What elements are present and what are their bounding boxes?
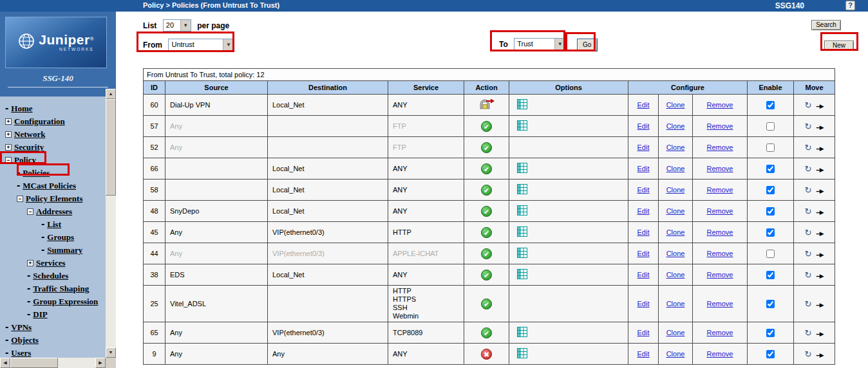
expand-plus-icon[interactable]: + [27,260,33,266]
move-position-icon[interactable]: ↻ [804,228,811,237]
sidebar-item-label[interactable]: Policy [14,155,36,165]
collapse-minus-icon[interactable]: − [5,157,12,163]
move-arrow-icon[interactable]: --▶ [816,144,824,152]
edit-link[interactable]: Edit [637,165,650,172]
sidebar-item-configuration[interactable]: +Configuration [0,115,106,127]
sidebar-vertical-scrollbar[interactable]: ▲ ▼ [106,89,116,358]
move-arrow-icon[interactable]: --▶ [816,229,824,237]
dash-bullet-icon[interactable]: - [27,295,30,308]
edit-link[interactable]: Edit [637,271,650,279]
sidebar-item-label[interactable]: Schedules [33,271,68,281]
move-position-icon[interactable]: ↻ [804,249,811,259]
sidebar-item-services[interactable]: +Services [0,256,106,269]
move-position-icon[interactable]: ↻ [804,100,811,110]
sidebar-item-label[interactable]: Traffic Shaping [33,284,89,293]
remove-link[interactable]: Remove [707,300,733,308]
remove-link[interactable]: Remove [707,350,733,358]
enable-checkbox[interactable] [766,329,775,337]
remove-link[interactable]: Remove [707,228,733,236]
edit-link[interactable]: Edit [637,300,650,308]
dash-bullet-icon[interactable]: - [17,179,20,192]
move-position-icon[interactable]: ↻ [804,270,811,280]
clone-link[interactable]: Clone [666,350,685,358]
remove-link[interactable]: Remove [707,122,733,130]
sidebar-item-label[interactable]: Group Expression [33,297,98,306]
clone-link[interactable]: Clone [666,186,685,194]
clone-link[interactable]: Clone [666,250,685,257]
search-button[interactable]: Search [811,20,841,30]
collapse-minus-icon[interactable]: − [17,196,23,202]
sidebar-item-group-expression[interactable]: -Group Expression [0,295,106,308]
scroll-left-icon[interactable]: ◀ [0,358,10,368]
sidebar-item-objects[interactable]: -Objects [0,333,106,346]
sidebar-item-policy[interactable]: −Policy [0,153,106,166]
clone-link[interactable]: Clone [666,271,685,279]
move-arrow-icon[interactable]: --▶ [816,208,824,216]
sidebar-item-policy-elements[interactable]: −Policy Elements [0,192,106,205]
sidebar-item-summary[interactable]: -Summary [0,243,106,256]
move-position-icon[interactable]: ↻ [804,143,811,152]
sidebar-item-label[interactable]: List [47,219,61,229]
move-arrow-icon[interactable]: --▶ [816,123,824,131]
to-zone-select[interactable]: Trust ▼ [514,38,565,50]
sidebar-item-label[interactable]: Addresses [36,207,72,216]
expand-plus-icon[interactable]: + [5,144,12,151]
sidebar-item-label[interactable]: Policies [23,168,50,178]
move-arrow-icon[interactable]: --▶ [816,300,824,308]
scroll-up-icon[interactable]: ▲ [106,89,116,99]
enable-checkbox[interactable] [766,207,775,216]
dash-bullet-icon[interactable]: - [27,282,30,295]
clone-link[interactable]: Clone [666,101,685,109]
new-button[interactable]: New [824,41,854,51]
chevron-down-icon[interactable]: ▼ [180,20,191,31]
dash-bullet-icon[interactable]: - [27,308,30,320]
enable-checkbox[interactable] [766,228,775,237]
remove-link[interactable]: Remove [707,101,733,109]
enable-checkbox[interactable] [766,300,775,308]
sidebar-item-dip[interactable]: -DIP [0,308,106,320]
move-position-icon[interactable]: ↻ [804,328,811,338]
enable-checkbox[interactable] [766,250,775,258]
sidebar-item-vpns[interactable]: -VPNs [0,320,106,333]
move-arrow-icon[interactable]: --▶ [816,165,824,173]
sidebar-item-home[interactable]: -Home [0,102,106,115]
edit-link[interactable]: Edit [637,350,650,358]
remove-link[interactable]: Remove [707,329,733,336]
page-size-select[interactable]: 20 ▼ [163,19,191,32]
clone-link[interactable]: Clone [666,300,685,308]
sidebar-item-label[interactable]: Network [14,129,45,139]
sidebar-item-label[interactable]: DIP [33,309,47,319]
sidebar-item-traffic-shaping[interactable]: -Traffic Shaping [0,282,106,295]
chevron-down-icon[interactable]: ▼ [223,39,233,50]
help-icon[interactable]: ? [845,1,855,10]
sidebar-item-mcast-policies[interactable]: -MCast Policies [0,179,106,192]
move-position-icon[interactable]: ↻ [804,122,811,131]
clone-link[interactable]: Clone [666,122,685,130]
sidebar-item-label[interactable]: Policy Elements [26,194,82,203]
enable-checkbox[interactable] [766,122,775,131]
sidebar-item-label[interactable]: Services [36,258,65,268]
enable-checkbox[interactable] [766,101,775,109]
move-position-icon[interactable]: ↻ [804,185,811,195]
sidebar-item-label[interactable]: Users [11,348,31,358]
remove-link[interactable]: Remove [707,207,733,215]
enable-checkbox[interactable] [766,271,775,279]
sidebar-item-groups[interactable]: -Groups [0,230,106,243]
move-arrow-icon[interactable]: --▶ [816,271,824,279]
dash-bullet-icon[interactable]: - [41,230,44,243]
sidebar-item-label[interactable]: Security [14,142,44,152]
move-position-icon[interactable]: ↻ [804,349,811,359]
edit-link[interactable]: Edit [637,186,650,194]
dash-bullet-icon[interactable]: - [5,346,8,358]
dash-bullet-icon[interactable]: - [17,166,20,179]
enable-checkbox[interactable] [766,186,775,194]
dash-bullet-icon[interactable]: - [41,243,44,256]
remove-link[interactable]: Remove [707,271,733,279]
clone-link[interactable]: Clone [666,228,685,236]
chevron-down-icon[interactable]: ▼ [554,39,565,50]
move-arrow-icon[interactable]: --▶ [816,329,824,337]
sidebar-item-policies[interactable]: -Policies [0,166,106,179]
move-arrow-icon[interactable]: --▶ [816,351,824,358]
clone-link[interactable]: Clone [666,207,685,215]
remove-link[interactable]: Remove [707,250,733,257]
